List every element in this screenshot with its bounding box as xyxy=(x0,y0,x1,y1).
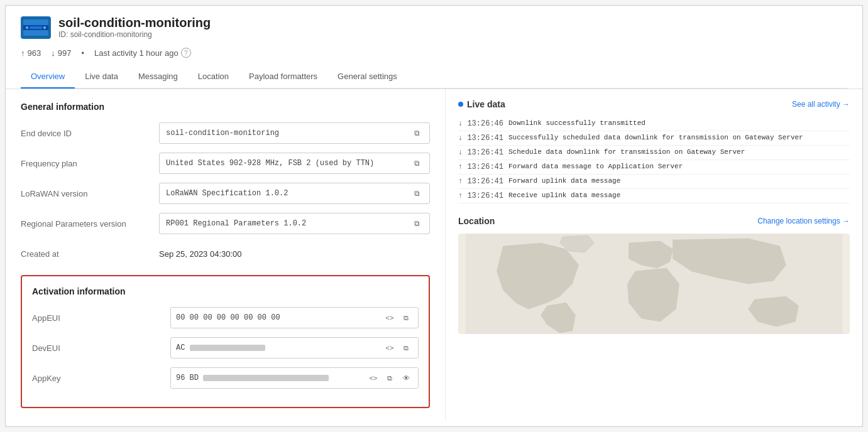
tab-overview[interactable]: Overview xyxy=(21,65,75,89)
live-dot-icon xyxy=(458,102,463,107)
live-msg-3: Schedule data downlink for transmission … xyxy=(508,148,850,156)
dev-eui-prefix: AC xyxy=(176,343,380,352)
live-msg-5: Forward uplink data message xyxy=(508,177,850,185)
field-value-frequency-plan: United States 902-928 MHz, FSB 2 (used b… xyxy=(159,153,430,174)
live-data-list: ↓ 13:26:46 Downlink successfully transmi… xyxy=(458,117,850,203)
live-msg-6: Receive uplink data message xyxy=(508,192,850,199)
hide-app-key-button[interactable]: 👁 xyxy=(399,371,413,385)
live-msg-2: Successfully scheduled data downlink for… xyxy=(508,134,850,141)
copy-lorawan-version-button[interactable]: ⧉ xyxy=(410,187,423,200)
copy-frequency-plan-button[interactable]: ⧉ xyxy=(410,157,423,170)
live-time-4: ↑ 13:26:41 xyxy=(458,163,503,171)
live-data-header: Live data See all activity → xyxy=(458,99,850,109)
copy-regional-params-button[interactable]: ⧉ xyxy=(410,217,423,230)
live-time-6: ↑ 13:26:41 xyxy=(458,192,503,200)
live-msg-4: Forward data message to Application Serv… xyxy=(508,163,850,170)
activation-title: Activation information xyxy=(32,286,419,296)
live-entry-6: ↑ 13:26:41 Receive uplink data message xyxy=(458,189,850,203)
left-panel: General information End device ID soil-c… xyxy=(6,89,446,421)
copy-app-key-button[interactable]: ⧉ xyxy=(383,371,397,385)
field-label-app-key: AppKey xyxy=(32,374,170,383)
downlink-arrow-icon: ↓ xyxy=(51,48,55,58)
svg-rect-3 xyxy=(23,32,48,36)
stats-row: ↑ 963 ↓ 997 • Last activity 1 hour ago ? xyxy=(21,43,847,63)
live-entry-1: ↓ 13:26:46 Downlink successfully transmi… xyxy=(458,117,850,131)
copy-app-eui-button[interactable]: ⧉ xyxy=(399,311,413,325)
svg-point-6 xyxy=(43,26,46,29)
field-box-app-key: 96 BD <> ⧉ 👁 xyxy=(170,367,419,389)
svg-rect-4 xyxy=(30,26,42,29)
live-entry-3: ↓ 13:26:41 Schedule data downlink for tr… xyxy=(458,146,850,160)
tab-general-settings[interactable]: General settings xyxy=(327,65,407,89)
separator-dot: • xyxy=(81,48,84,58)
created-at-text: Sep 25, 2023 04:30:00 xyxy=(159,246,430,262)
app-key-prefix: 96 BD xyxy=(176,374,364,382)
field-box-dev-eui: AC <> ⧉ xyxy=(170,337,419,359)
title-block: soil-condition-monitoring ID: soil-condi… xyxy=(58,16,211,39)
code-dev-eui-button[interactable]: <> xyxy=(383,341,397,355)
see-all-link[interactable]: See all activity → xyxy=(792,100,850,109)
field-label-dev-eui: DevEUI xyxy=(32,343,170,353)
dev-eui-masked xyxy=(190,345,265,351)
activation-section: Activation information AppEUI 00 00 00 0… xyxy=(21,275,430,408)
tab-location[interactable]: Location xyxy=(188,65,239,89)
field-label-regional-params: Regional Parameters version xyxy=(21,219,159,229)
live-time-2: ↓ 13:26:41 xyxy=(458,134,503,143)
tab-live-data[interactable]: Live data xyxy=(75,65,128,89)
copy-dev-eui-button[interactable]: ⧉ xyxy=(399,341,413,355)
main-content: General information End device ID soil-c… xyxy=(6,89,862,421)
field-box-frequency-plan: United States 902-928 MHz, FSB 2 (used b… xyxy=(159,153,430,174)
help-icon[interactable]: ? xyxy=(181,48,191,58)
device-icon xyxy=(21,16,51,39)
code-app-key-button[interactable]: <> xyxy=(366,371,380,385)
tab-messaging[interactable]: Messaging xyxy=(128,65,188,89)
map-container xyxy=(458,234,850,334)
field-row-regional-params: Regional Parameters version RP001 Region… xyxy=(21,212,430,235)
field-box-regional-params: RP001 Regional Parameters 1.0.2 ⧉ xyxy=(159,213,430,234)
field-value-created-at: Sep 25, 2023 04:30:00 xyxy=(159,246,430,262)
app-eui-text: 00 00 00 00 00 00 00 00 xyxy=(176,313,380,322)
live-data-title: Live data xyxy=(458,99,505,109)
live-time-1: ↓ 13:26:46 xyxy=(458,119,503,128)
field-label-frequency-plan: Frequency plan xyxy=(21,159,159,168)
svg-rect-1 xyxy=(23,19,48,23)
right-panel: Live data See all activity → ↓ 13:26:46 … xyxy=(446,89,862,421)
uplink-arrow-icon: ↑ xyxy=(21,48,25,58)
map-svg xyxy=(458,234,850,334)
end-device-id-text: soil-condition-monitoring xyxy=(166,129,405,138)
svg-point-5 xyxy=(26,26,28,29)
live-time-5: ↑ 13:26:41 xyxy=(458,177,503,186)
regional-params-text: RP001 Regional Parameters 1.0.2 xyxy=(166,219,405,228)
device-id: ID: soil-condition-monitoring xyxy=(58,30,211,39)
location-header: Location Change location settings → xyxy=(458,216,850,226)
device-title-row: soil-condition-monitoring ID: soil-condi… xyxy=(21,16,847,39)
lorawan-version-text: LoRaWAN Specification 1.0.2 xyxy=(166,189,405,198)
app-key-masked xyxy=(203,375,329,381)
code-app-eui-button[interactable]: <> xyxy=(383,311,397,325)
frequency-plan-text: United States 902-928 MHz, FSB 2 (used b… xyxy=(166,159,405,168)
field-value-app-key: 96 BD <> ⧉ 👁 xyxy=(170,367,419,389)
field-box-end-device-id: soil-condition-monitoring ⧉ xyxy=(159,122,430,144)
field-row-created-at: Created at Sep 25, 2023 04:30:00 xyxy=(21,242,430,265)
live-time-3: ↓ 13:26:41 xyxy=(458,148,503,157)
downlink-stat: ↓ 997 xyxy=(51,48,71,58)
field-label-created-at: Created at xyxy=(21,249,159,259)
tab-payload-formatters[interactable]: Payload formatters xyxy=(239,65,327,89)
change-location-link[interactable]: Change location settings → xyxy=(757,217,850,225)
field-value-regional-params: RP001 Regional Parameters 1.0.2 ⧉ xyxy=(159,213,430,234)
tabs-nav: Overview Live data Messaging Location Pa… xyxy=(21,65,847,89)
location-title: Location xyxy=(458,216,495,226)
field-value-app-eui: 00 00 00 00 00 00 00 00 <> ⧉ xyxy=(170,307,419,328)
field-label-app-eui: AppEUI xyxy=(32,313,170,323)
device-name: soil-condition-monitoring xyxy=(58,16,211,30)
last-activity: Last activity 1 hour ago ? xyxy=(94,48,191,58)
uplink-count: 963 xyxy=(28,48,41,58)
copy-end-device-id-button[interactable]: ⧉ xyxy=(410,127,423,139)
general-info-title: General information xyxy=(21,102,430,112)
live-msg-1: Downlink successfully transmitted xyxy=(508,119,850,127)
last-activity-text: Last activity 1 hour ago xyxy=(94,48,179,58)
uplink-stat: ↑ 963 xyxy=(21,48,41,58)
field-box-app-eui: 00 00 00 00 00 00 00 00 <> ⧉ xyxy=(170,307,419,328)
header: soil-condition-monitoring ID: soil-condi… xyxy=(6,6,862,89)
app-container: soil-condition-monitoring ID: soil-condi… xyxy=(5,5,863,427)
